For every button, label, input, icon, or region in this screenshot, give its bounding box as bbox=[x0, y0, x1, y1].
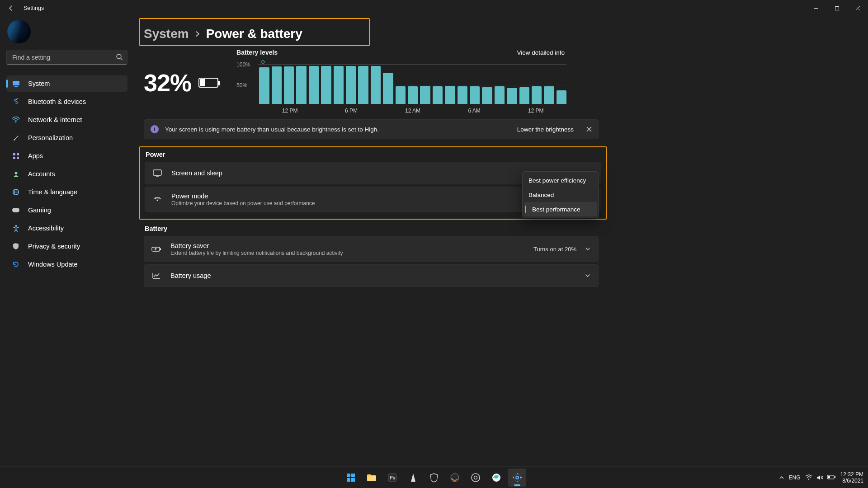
battery-saver-row[interactable]: Battery saver Extend battery life by lim… bbox=[144, 236, 599, 262]
lower-brightness-link[interactable]: Lower the brightness bbox=[517, 126, 574, 133]
chart-xlabel: 12 PM bbox=[259, 108, 321, 114]
firefox-icon[interactable] bbox=[446, 469, 464, 487]
main: System Power & battery 32% Battery level… bbox=[134, 16, 868, 466]
app-icon[interactable]: Ps bbox=[383, 469, 401, 487]
start-button[interactable] bbox=[342, 469, 360, 487]
svg-rect-27 bbox=[367, 474, 371, 477]
brave-icon[interactable] bbox=[425, 469, 443, 487]
settings-icon[interactable] bbox=[508, 469, 526, 487]
taskbar-clock[interactable]: 12:32 PM 8/6/2021 bbox=[840, 471, 863, 484]
svg-point-11 bbox=[14, 172, 17, 174]
battery-percent-text: 32% bbox=[144, 69, 191, 97]
sidebar-item-accounts[interactable]: Accounts bbox=[6, 166, 127, 182]
language-indicator[interactable]: ENG bbox=[789, 474, 801, 481]
apps-icon bbox=[12, 153, 20, 160]
power-mode-icon bbox=[152, 196, 162, 202]
sidebar-item-personalization[interactable]: Personalization bbox=[6, 130, 127, 146]
explorer-icon[interactable] bbox=[363, 469, 381, 487]
chrome-icon[interactable] bbox=[467, 469, 485, 487]
svg-rect-24 bbox=[347, 478, 350, 482]
chart-bar bbox=[495, 86, 505, 104]
sidebar-item-bluetooth[interactable]: Bluetooth & devices bbox=[6, 94, 127, 110]
system-tray[interactable] bbox=[805, 474, 836, 481]
svg-rect-25 bbox=[351, 478, 355, 482]
chevron-down-icon[interactable] bbox=[585, 246, 591, 252]
section-title: Power bbox=[146, 151, 601, 158]
close-button[interactable] bbox=[847, 1, 868, 15]
power-mode-option[interactable]: Best power efficiency bbox=[524, 173, 597, 188]
power-mode-option[interactable]: Best performance bbox=[524, 202, 597, 216]
chart-bar bbox=[272, 66, 282, 104]
sidebar-item-label: Apps bbox=[28, 152, 43, 160]
chart-bar bbox=[470, 86, 480, 104]
chart-bar bbox=[309, 66, 319, 104]
window-controls bbox=[806, 1, 868, 15]
window-title: Settings bbox=[24, 5, 44, 11]
sidebar-item-system[interactable]: System bbox=[6, 75, 127, 92]
sidebar-item-label: Time & language bbox=[28, 188, 77, 196]
info-text: Your screen is using more battery than u… bbox=[165, 126, 511, 133]
svg-rect-15 bbox=[12, 208, 19, 212]
minimize-button[interactable] bbox=[806, 1, 826, 15]
chart-bar bbox=[334, 66, 344, 104]
wifi-icon bbox=[12, 117, 20, 123]
sidebar-item-time-language[interactable]: Time & language bbox=[6, 184, 127, 200]
chart-xlabel: 12 AM bbox=[382, 108, 443, 114]
svg-rect-42 bbox=[828, 476, 830, 478]
chart-bar bbox=[420, 86, 430, 104]
row-label: Battery usage bbox=[170, 272, 585, 279]
search-icon bbox=[116, 53, 123, 61]
chart-bar bbox=[371, 66, 381, 104]
view-detailed-info-link[interactable]: View detailed info bbox=[517, 49, 565, 56]
sidebar-item-network[interactable]: Network & internet bbox=[6, 112, 127, 128]
svg-rect-8 bbox=[17, 153, 19, 155]
page-title: Power & battery bbox=[206, 27, 302, 41]
chart-bar bbox=[433, 86, 443, 104]
power-mode-row[interactable]: Power mode Optimize your device based on… bbox=[145, 187, 601, 212]
info-icon: i bbox=[151, 125, 159, 133]
sidebar-item-privacy[interactable]: Privacy & security bbox=[6, 238, 127, 254]
back-button[interactable] bbox=[3, 1, 19, 15]
svg-line-3 bbox=[121, 58, 123, 60]
sidebar-item-accessibility[interactable]: Accessibility bbox=[6, 220, 127, 236]
breadcrumb-parent[interactable]: System bbox=[144, 27, 189, 41]
svg-rect-9 bbox=[13, 157, 15, 159]
svg-rect-4 bbox=[13, 81, 19, 85]
sidebar-item-update[interactable]: Windows Update bbox=[6, 256, 127, 272]
svg-point-16 bbox=[15, 225, 17, 227]
sidebar-item-gaming[interactable]: Gaming bbox=[6, 202, 127, 218]
battery-usage-row[interactable]: Battery usage bbox=[144, 264, 599, 287]
chart-bar bbox=[544, 86, 554, 104]
battery-icon bbox=[827, 474, 836, 481]
chart-bar bbox=[383, 73, 393, 104]
svg-point-34 bbox=[514, 474, 521, 481]
avatar[interactable] bbox=[7, 20, 31, 43]
sidebar-item-label: Accessibility bbox=[28, 225, 64, 232]
option-label: Balanced bbox=[528, 192, 554, 198]
chevron-right-icon bbox=[194, 31, 201, 37]
edge-icon[interactable] bbox=[487, 469, 505, 487]
option-label: Best power efficiency bbox=[528, 177, 586, 184]
search-input[interactable] bbox=[6, 50, 127, 65]
sidebar: System Bluetooth & devices Network & int… bbox=[0, 16, 134, 466]
power-mode-option[interactable]: Balanced bbox=[524, 188, 597, 202]
maximize-button[interactable] bbox=[826, 1, 847, 15]
app-icon[interactable] bbox=[404, 469, 422, 487]
titlebar: Settings bbox=[0, 0, 868, 16]
svg-point-31 bbox=[472, 474, 480, 482]
tray-chevron-icon[interactable] bbox=[779, 475, 784, 480]
power-section: Power Screen and sleep Power mode Optimi… bbox=[139, 146, 607, 220]
sidebar-item-apps[interactable]: Apps bbox=[6, 148, 127, 164]
chart-ylabel: 50% bbox=[236, 82, 247, 89]
chart-bar bbox=[296, 66, 306, 104]
close-icon[interactable] bbox=[586, 127, 592, 132]
chevron-down-icon[interactable] bbox=[585, 272, 591, 279]
update-icon bbox=[12, 261, 20, 268]
chart-bar bbox=[321, 66, 331, 104]
chart-xticks: 12 PM6 PM12 AM6 AM12 PM bbox=[259, 108, 566, 114]
svg-text:Ps: Ps bbox=[390, 475, 396, 480]
chart-marker-icon: ◇ bbox=[261, 58, 265, 65]
svg-rect-1 bbox=[835, 6, 839, 10]
chart-bar bbox=[396, 86, 406, 104]
section-title: Battery bbox=[145, 225, 599, 232]
